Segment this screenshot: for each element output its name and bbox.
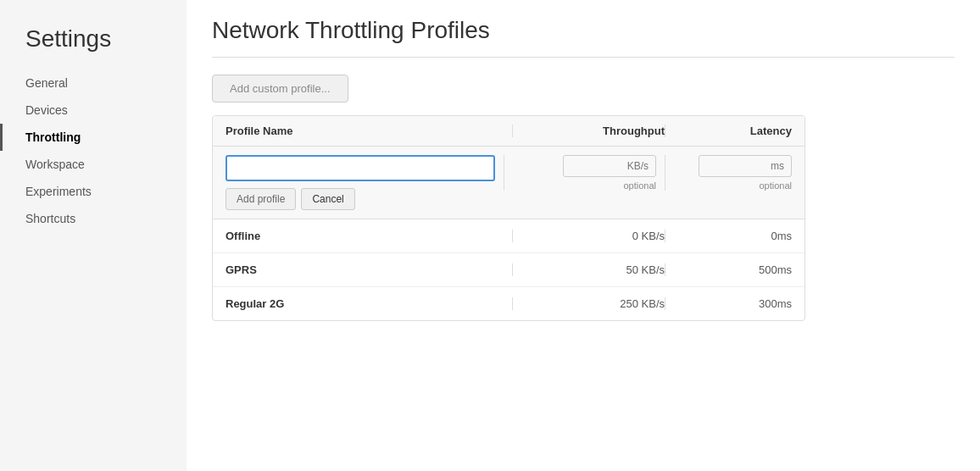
header-throughput: Throughput [512,125,665,137]
latency-optional-label: optional [759,180,792,191]
row-regular2g-name: Regular 2G [226,297,512,310]
profiles-table: Profile Name Throughput Latency Add prof… [212,115,805,321]
row-regular2g-latency: 300ms [665,297,792,310]
row-gprs-name: GPRS [226,263,512,276]
sidebar-item-workspace[interactable]: Workspace [0,151,187,178]
main-content: Network Throttling Profiles Add custom p… [187,0,980,471]
row-offline-name: Offline [226,230,512,242]
sidebar-item-experiments[interactable]: Experiments [0,178,187,205]
row-offline-latency: 0ms [665,230,792,242]
table-row: Regular 2G 250 KB/s 300ms [213,287,805,320]
page-title: Network Throttling Profiles [212,17,955,44]
sidebar-title: Settings [0,17,187,69]
add-profile-row: Add profile Cancel optional optional [213,147,805,219]
header-latency: Latency [665,125,792,137]
row-regular2g-throughput: 250 KB/s [512,297,665,310]
profile-name-input[interactable] [226,155,495,181]
cancel-button[interactable]: Cancel [301,188,354,210]
table-row: Offline 0 KB/s 0ms [213,219,805,253]
section-divider [212,57,955,58]
table-row: GPRS 50 KB/s 500ms [213,253,805,287]
throughput-input-wrapper: optional [504,155,656,191]
row-gprs-latency: 500ms [665,263,792,276]
row-gprs-throughput: 50 KB/s [512,263,665,276]
throughput-input[interactable] [563,155,656,177]
latency-input[interactable] [699,155,792,177]
add-custom-profile-button[interactable]: Add custom profile... [212,75,348,103]
header-profile-name: Profile Name [226,125,512,137]
table-header: Profile Name Throughput Latency [213,116,805,147]
profile-action-buttons: Add profile Cancel [226,188,495,210]
row-offline-throughput: 0 KB/s [512,230,665,242]
sidebar-item-throttling[interactable]: Throttling [0,124,187,151]
sidebar-nav: General Devices Throttling Workspace Exp… [0,69,187,232]
sidebar: Settings General Devices Throttling Work… [0,0,187,471]
sidebar-item-devices[interactable]: Devices [0,97,187,124]
profile-name-input-wrapper: Add profile Cancel [226,155,495,210]
add-profile-button[interactable]: Add profile [226,188,296,210]
sidebar-item-general[interactable]: General [0,69,187,97]
latency-input-wrapper: optional [665,155,792,191]
sidebar-item-shortcuts[interactable]: Shortcuts [0,205,187,232]
throughput-optional-label: optional [623,180,656,191]
